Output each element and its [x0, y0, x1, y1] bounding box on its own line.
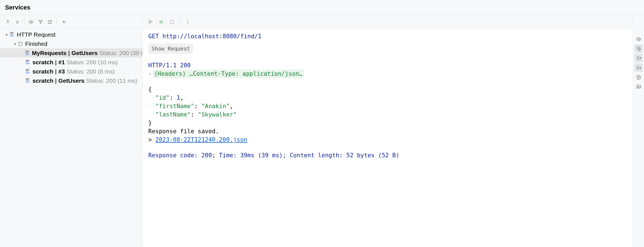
scroll-to-bottom-icon[interactable]	[634, 63, 643, 72]
tree-request-item[interactable]: APIscratch|GetUsers Status: 200 (11 ms)	[0, 76, 142, 85]
stop-icon[interactable]	[168, 18, 176, 26]
expand-all-icon[interactable]	[4, 18, 12, 26]
svg-line-16	[162, 23, 163, 23]
svg-point-18	[187, 20, 188, 21]
api-icon: API	[9, 32, 15, 37]
response-toolbar	[143, 15, 633, 28]
json-close-brace: }	[148, 119, 627, 127]
json-line: ··"id": 1,	[148, 94, 627, 102]
run-icon[interactable]	[147, 18, 154, 26]
tree-item-label: scratch|#3 Status: 200 (8 ms)	[32, 68, 114, 75]
svg-point-21	[638, 39, 639, 40]
api-icon: API	[25, 69, 31, 74]
tree-request-item[interactable]: APIscratch|#1 Status: 200 (10 ms)	[0, 58, 142, 67]
api-icon: API	[25, 60, 31, 65]
fold-chevron-icon[interactable]: ›	[148, 70, 152, 77]
svg-point-20	[187, 23, 188, 23]
response-status-line: HTTP/1.1 200	[148, 61, 627, 70]
show-request-button[interactable]: Show Request	[148, 43, 193, 54]
image-view-icon[interactable]	[634, 82, 643, 91]
response-saved-file: > 2023-08-22T121240.200.json	[148, 136, 627, 144]
response-side-tabs	[633, 15, 644, 247]
services-left-toolbar	[0, 15, 142, 28]
saved-file-link[interactable]: 2023-08-22T121240.200.json	[155, 136, 247, 143]
tree-item-label: scratch|#1 Status: 200 (10 ms)	[32, 59, 118, 66]
api-icon: API	[25, 78, 31, 83]
panel-title: Services	[0, 0, 644, 15]
svg-point-0	[30, 21, 32, 22]
scroll-to-top-icon[interactable]	[634, 54, 643, 62]
more-icon[interactable]	[184, 18, 192, 26]
response-saved-message: Response file saved.	[148, 127, 627, 136]
tree-node-http-request[interactable]: ▾ API HTTP Request	[0, 30, 142, 39]
svg-rect-1	[48, 21, 51, 23]
refresh-icon	[17, 41, 23, 46]
chevron-down-icon[interactable]: ▾	[4, 32, 9, 37]
svg-line-11	[160, 21, 160, 21]
svg-point-19	[187, 21, 188, 22]
add-icon[interactable]	[60, 18, 68, 26]
open-new-tab-icon[interactable]	[46, 18, 54, 26]
tree-request-item[interactable]: APIMyRequests|GetUsers Status: 200 (39 m…	[0, 48, 142, 58]
json-line: ··"firstName": "Anakin",	[148, 102, 627, 110]
tree-node-label: HTTP Request	[17, 31, 56, 38]
tree-item-label: MyRequests|GetUsers Status: 200 (39 ms)	[32, 50, 142, 56]
svg-point-36	[638, 86, 638, 87]
svg-line-15	[160, 23, 161, 23]
svg-point-9	[160, 21, 162, 23]
tree-item-label: scratch|GetUsers Status: 200 (11 ms)	[32, 77, 137, 84]
svg-rect-17	[170, 20, 173, 23]
tree-request-item[interactable]: APIscratch|#3 Status: 200 (8 ms)	[0, 67, 142, 76]
response-viewer[interactable]: GET http://localhost:8080/find/1 Show Re…	[143, 28, 633, 247]
chevron-down-icon[interactable]: ▾	[12, 42, 17, 46]
response-main: GET http://localhost:8080/find/1 Show Re…	[143, 15, 633, 247]
api-icon: API	[25, 51, 30, 56]
toolbar-separator	[24, 19, 24, 25]
services-left-pane: ▾ API HTTP Request ▾ Finished APIMyReque…	[0, 15, 143, 247]
svg-line-12	[162, 21, 163, 21]
preview-icon[interactable]	[634, 35, 643, 43]
response-summary: Response code: 200; Time: 39ms (39 ms); …	[148, 151, 627, 160]
debug-icon[interactable]	[157, 18, 165, 26]
services-right-pane: GET http://localhost:8080/find/1 Show Re…	[143, 15, 644, 247]
tree-node-finished[interactable]: ▾ Finished	[0, 39, 142, 48]
svg-marker-8	[149, 20, 152, 23]
headers-folded-line[interactable]: ›(Headers) …Content-Type: application/js…	[148, 70, 627, 78]
tree-node-label: Finished	[25, 41, 47, 47]
show-hide-icon[interactable]	[27, 18, 35, 26]
soft-wrap-icon[interactable]	[634, 44, 643, 53]
json-open-brace: {	[148, 85, 627, 94]
copy-icon[interactable]	[634, 73, 643, 81]
json-line: ··"lastName": "Skywalker"	[148, 110, 627, 119]
services-layout: ▾ API HTTP Request ▾ Finished APIMyReque…	[0, 15, 644, 247]
headers-folded-text: (Headers) …Content-Type: application/jso…	[153, 70, 304, 78]
toolbar-separator	[180, 19, 180, 25]
collapse-all-icon[interactable]	[13, 18, 21, 26]
request-line: GET http://localhost:8080/find/1	[148, 32, 627, 41]
filter-icon[interactable]	[37, 18, 44, 26]
toolbar-separator	[57, 19, 57, 25]
services-tree[interactable]: ▾ API HTTP Request ▾ Finished APIMyReque…	[0, 28, 142, 247]
